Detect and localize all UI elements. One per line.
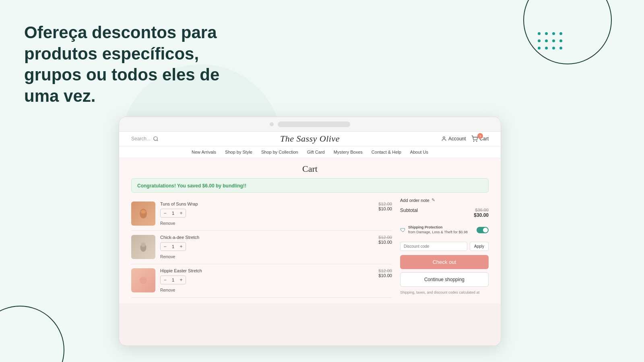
qty-increase-3[interactable]: + bbox=[177, 276, 186, 284]
congrats-text: Congratulations! You saved $6.00 by bund… bbox=[137, 183, 246, 189]
browser-address-bar bbox=[278, 121, 350, 127]
store-nav: New Arrivals Shop by Style Shop by Colle… bbox=[119, 146, 501, 158]
header-right: Account 3 Cart bbox=[441, 136, 489, 142]
shipping-note: Shipping, taxes, and discount codes calc… bbox=[400, 290, 489, 295]
dot bbox=[552, 47, 555, 49]
item-placeholder-icon-3 bbox=[137, 274, 149, 286]
item-name-1: Tuns of Suns Wrap bbox=[160, 202, 363, 206]
shield-icon: 🛡 bbox=[400, 227, 406, 233]
item-placeholder-icon-2 bbox=[137, 241, 149, 253]
cart-button[interactable]: 3 Cart bbox=[471, 136, 489, 142]
cart-item: Chick-a-dee Stretch − 1 + Remove $12.00 … bbox=[131, 231, 392, 264]
dot bbox=[559, 32, 562, 35]
shipping-protection: 🛡 Shipping Protection from Damage, Loss … bbox=[400, 223, 489, 237]
price-original-2: $12.00 bbox=[368, 235, 392, 240]
qty-decrease-1[interactable]: − bbox=[161, 209, 169, 217]
dot bbox=[545, 47, 548, 49]
item-details-1: Tuns of Suns Wrap − 1 + Remove bbox=[160, 202, 363, 226]
item-details-2: Chick-a-dee Stretch − 1 + Remove bbox=[160, 235, 363, 260]
cart-item: Hippie Easter Stretch − 1 + Remove $12.0… bbox=[131, 264, 392, 298]
quantity-control-2: − 1 + bbox=[160, 242, 186, 251]
subtotal-prices: $36.00 $30.00 bbox=[474, 208, 489, 218]
add-note-label: Add order note bbox=[400, 198, 429, 203]
browser-bar bbox=[119, 117, 501, 132]
qty-value-2: 1 bbox=[169, 244, 177, 249]
item-name-3: Hippie Easter Stretch bbox=[160, 268, 363, 273]
search-icon[interactable] bbox=[153, 136, 159, 142]
account-button[interactable]: Account bbox=[441, 136, 466, 142]
store-header: Search... The Sassy Olive Account 3 Ca bbox=[119, 132, 501, 146]
price-sale-3: $10.00 bbox=[368, 273, 392, 278]
nav-item-about-us[interactable]: About Us bbox=[410, 150, 428, 154]
cart-content: Tuns of Suns Wrap − 1 + Remove $12.00 $1… bbox=[131, 197, 489, 298]
item-price-1: $12.00 $10.00 bbox=[368, 202, 392, 211]
qty-increase-1[interactable]: + bbox=[177, 209, 186, 217]
qty-increase-2[interactable]: + bbox=[177, 243, 186, 251]
item-price-3: $12.00 $10.00 bbox=[368, 268, 392, 278]
dot bbox=[552, 32, 555, 35]
remove-link-1[interactable]: Remove bbox=[160, 221, 175, 226]
search-label: Search... bbox=[131, 136, 151, 142]
shipping-protection-sub: from Damage, Loss & Theft for $0.98 bbox=[408, 230, 468, 234]
nav-item-contact-help[interactable]: Contact & Help bbox=[372, 150, 401, 154]
headline-text: Ofereça descontos para produtos específi… bbox=[24, 22, 258, 107]
price-sale-1: $10.00 bbox=[368, 206, 392, 211]
price-original-1: $12.00 bbox=[368, 202, 392, 206]
cart-title: Cart bbox=[131, 164, 489, 174]
dot bbox=[545, 39, 548, 42]
item-image-1 bbox=[131, 202, 155, 226]
dot bbox=[552, 39, 555, 42]
edit-icon: ✎ bbox=[431, 197, 435, 203]
continue-shopping-button[interactable]: Continue shopping bbox=[400, 272, 489, 287]
shipping-protection-label: Shipping Protection bbox=[408, 225, 443, 229]
store-logo[interactable]: The Sassy Olive bbox=[280, 134, 340, 144]
qty-value-3: 1 bbox=[169, 278, 177, 282]
qty-decrease-3[interactable]: − bbox=[161, 276, 169, 284]
subtotal-sale: $30.00 bbox=[474, 212, 489, 218]
add-note[interactable]: Add order note ✎ bbox=[400, 197, 489, 203]
price-original-3: $12.00 bbox=[368, 268, 392, 273]
cart-icon bbox=[471, 136, 478, 142]
checkout-button[interactable]: Check out bbox=[400, 255, 489, 269]
search-area[interactable]: Search... bbox=[131, 136, 180, 142]
remove-link-2[interactable]: Remove bbox=[160, 255, 175, 259]
headline-section: Ofereça descontos para produtos específi… bbox=[24, 22, 258, 107]
svg-line-1 bbox=[157, 140, 158, 141]
remove-link-3[interactable]: Remove bbox=[160, 288, 175, 292]
nav-item-gift-card[interactable]: Gift Card bbox=[307, 150, 325, 154]
nav-item-shop-by-style[interactable]: Shop by Style bbox=[225, 150, 252, 154]
congrats-banner: Congratulations! You saved $6.00 by bund… bbox=[131, 178, 489, 193]
dot bbox=[538, 47, 541, 49]
svg-point-6 bbox=[141, 210, 146, 214]
item-details-3: Hippie Easter Stretch − 1 + Remove bbox=[160, 268, 363, 293]
apply-button[interactable]: Apply bbox=[470, 242, 489, 251]
qty-decrease-2[interactable]: − bbox=[161, 243, 169, 251]
browser-mockup: Search... The Sassy Olive Account 3 Ca bbox=[119, 117, 501, 346]
account-label: Account bbox=[448, 136, 466, 142]
nav-item-mystery-boxes[interactable]: Mystery Boxes bbox=[334, 150, 363, 154]
decorative-circle-bottom-left bbox=[0, 306, 64, 362]
price-sale-2: $10.00 bbox=[368, 240, 392, 245]
dot bbox=[545, 32, 548, 35]
shipping-protection-toggle[interactable] bbox=[477, 227, 489, 233]
dot bbox=[538, 32, 541, 35]
cart-page: Cart Congratulations! You saved $6.00 by… bbox=[119, 158, 501, 303]
quantity-control-1: − 1 + bbox=[160, 209, 186, 218]
dots-grid-decoration bbox=[538, 32, 564, 51]
shipping-protection-text: Shipping Protection from Damage, Loss & … bbox=[408, 225, 474, 234]
quantity-control-3: − 1 + bbox=[160, 276, 186, 284]
item-image-3 bbox=[131, 268, 155, 292]
discount-input[interactable] bbox=[400, 242, 467, 251]
subtotal-row: Subtotal $36.00 $30.00 bbox=[400, 208, 489, 218]
nav-item-shop-by-collection[interactable]: Shop by Collection bbox=[261, 150, 298, 154]
cart-badge: 3 bbox=[477, 133, 483, 139]
dot bbox=[559, 47, 562, 49]
dot bbox=[538, 39, 541, 42]
cart-item: Tuns of Suns Wrap − 1 + Remove $12.00 $1… bbox=[131, 197, 392, 231]
discount-row: Apply bbox=[400, 242, 489, 251]
item-image-2 bbox=[131, 235, 155, 259]
item-name-2: Chick-a-dee Stretch bbox=[160, 235, 363, 240]
nav-item-new-arrivals[interactable]: New Arrivals bbox=[192, 150, 216, 154]
qty-value-1: 1 bbox=[169, 211, 177, 216]
svg-point-4 bbox=[477, 141, 477, 141]
